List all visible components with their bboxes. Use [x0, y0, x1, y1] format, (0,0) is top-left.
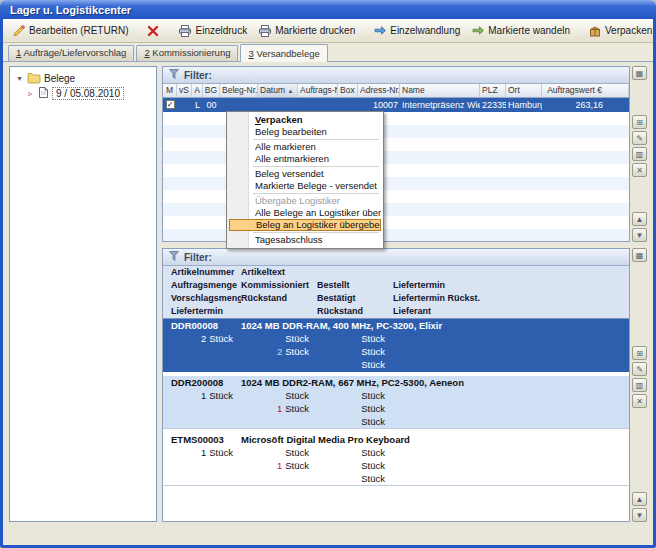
- article-row-group[interactable]: DDR00008 1024 MB DDR-RAM, 400 MHz, PC-32…: [163, 319, 629, 372]
- convert-arrow-icon: [373, 24, 387, 38]
- menu-separator: [253, 139, 379, 140]
- bestaetigt-cell: Stück: [317, 345, 393, 358]
- cell-name: Internetpräsenz Wieland KG: [400, 98, 480, 112]
- beleg-row-selected[interactable]: ✓ L 00 10007 Internetpräsenz Wieland KG …: [163, 98, 629, 112]
- grid-tool-button[interactable]: ✎: [632, 131, 647, 145]
- kommissioniert-cell: Stück: [241, 446, 317, 459]
- article-text: 1024 MB DDR-RAM, 400 MHz, PC-3200, Elixi…: [241, 319, 629, 332]
- col-header-plz[interactable]: PLZ: [480, 84, 506, 98]
- header-vorschlagsmenge: Vorschlagsmenge: [163, 292, 241, 305]
- menu-item-tagesabschluss[interactable]: Tagesabschluss: [229, 234, 381, 246]
- row-checkbox-checked[interactable]: ✓: [166, 100, 175, 109]
- edit-icon: [12, 24, 26, 38]
- bestellt-cell: Stück: [317, 446, 393, 459]
- col-header-auftragsnr[interactable]: Auftrags-Nr.: [298, 84, 338, 98]
- article-text: 1024 MB DDR2-RAM, 667 MHz, PC2-5300, Aen…: [241, 376, 629, 389]
- col-header-auftragswert[interactable]: Auftragswert €: [542, 84, 629, 98]
- header-artikelnummer: Artikelnummer: [163, 266, 241, 279]
- filter-label: Filter:: [184, 70, 212, 81]
- header-bestaetigt: Bestätigt: [317, 292, 393, 305]
- menu-item-beleg-versendet[interactable]: Beleg versendet: [229, 168, 381, 180]
- tree-expander-closed-icon[interactable]: ▹: [26, 89, 35, 98]
- grid-tool-button[interactable]: ✕: [632, 163, 647, 177]
- menu-separator: [253, 193, 379, 194]
- col-header-m[interactable]: M: [163, 84, 177, 98]
- menu-item-markierte-belege-versendet[interactable]: Markierte Belege - versendet: [229, 180, 381, 192]
- col-header-a[interactable]: A: [192, 84, 203, 98]
- col-header-box[interactable]: Box: [338, 84, 358, 98]
- col-header-ort[interactable]: Ort: [506, 84, 542, 98]
- article-row-group[interactable]: DDR200008 1024 MB DDR2-RAM, 667 MHz, PC2…: [163, 376, 629, 429]
- menu-item-beleg-an-logistiker[interactable]: Beleg an Logistiker übergeben: [229, 219, 381, 231]
- einzeldruck-button[interactable]: Einzeldruck: [173, 21, 252, 41]
- menu-item-beleg-bearbeiten[interactable]: Beleg bearbeiten: [229, 126, 381, 138]
- app-window: Lager u. Logistikcenter Bearbeiten (RETU…: [0, 0, 656, 548]
- article-number: ETMS00003: [163, 433, 241, 446]
- package-box-icon: [588, 24, 602, 38]
- tree-node-belege[interactable]: ▾ Belege: [12, 71, 154, 86]
- markierte-drucken-button[interactable]: Markierte drucken: [253, 21, 360, 41]
- filter-bar[interactable]: Filter:: [163, 67, 629, 84]
- scroll-down-button[interactable]: ▼: [632, 228, 647, 242]
- rueckstand-cell: 1Stück: [241, 459, 317, 472]
- tree-expander-open-icon[interactable]: ▾: [15, 74, 24, 83]
- col-header-belegnr[interactable]: Beleg-Nr.: [220, 84, 258, 98]
- grid-tool-button[interactable]: ✕: [632, 394, 647, 408]
- menu-item-alle-belege-an-logistiker[interactable]: Alle Belege an Logistiker übergeben: [229, 207, 381, 219]
- bestaetigt-cell: Stück: [317, 459, 393, 472]
- tree-node-label: Belege: [44, 73, 75, 84]
- main-toolbar: Bearbeiten (RETURN) Einzeldruck Markiert…: [3, 19, 653, 43]
- window-title: Lager u. Logistikcenter: [10, 4, 131, 16]
- col-header-adressnr[interactable]: Adress-Nr.: [358, 84, 400, 98]
- verpacken-button[interactable]: Verpacken: [583, 21, 653, 41]
- context-menu: Verpacken Beleg bearbeiten Alle markiere…: [226, 111, 384, 249]
- menu-separator: [253, 166, 379, 167]
- article-number: DDR00008: [163, 319, 241, 332]
- bestellt-cell: Stück: [317, 389, 393, 402]
- tree-node-beleg-9[interactable]: ▹ 9 / 05.08.2010: [12, 86, 154, 101]
- grid-tool-button[interactable]: ⊞: [632, 346, 647, 360]
- delete-button[interactable]: [141, 21, 165, 41]
- filter-label: Filter:: [184, 252, 212, 263]
- scroll-up-button[interactable]: ▲: [632, 212, 647, 226]
- grid-tool-button[interactable]: ▦: [632, 66, 647, 80]
- menu-item-alle-markieren[interactable]: Alle markieren: [229, 141, 381, 153]
- grid-tool-button[interactable]: ▥: [632, 378, 647, 392]
- filter-bar[interactable]: Filter:: [163, 249, 629, 266]
- markierte-drucken-label: Markierte drucken: [275, 25, 355, 36]
- auftragsmenge-cell: 1Stück: [163, 389, 241, 402]
- menu-item-verpacken[interactable]: Verpacken: [229, 114, 381, 126]
- printer-icon: [178, 24, 192, 38]
- col-header-name[interactable]: Name: [400, 84, 480, 98]
- grid-side-toolbar: ▦ ⊞ ✎ ▥ ✕ ▲ ▼: [632, 248, 647, 522]
- tab-versandbelege[interactable]: 3 Versandbelege: [240, 44, 327, 62]
- delete-x-icon: [146, 24, 160, 38]
- bearbeiten-button[interactable]: Bearbeiten (RETURN): [7, 21, 133, 41]
- einzeldruck-label: Einzeldruck: [195, 25, 247, 36]
- scroll-up-button[interactable]: ▲: [632, 492, 647, 506]
- menu-item-alle-entmarkieren[interactable]: Alle entmarkieren: [229, 153, 381, 165]
- grid-tool-button[interactable]: ▥: [632, 147, 647, 161]
- header-liefertermin2: Liefertermin: [163, 305, 241, 318]
- header-auftragsmenge: Auftragsmenge: [163, 279, 241, 292]
- menu-item-uebergabe-logistiker: Übergabe Logistiker: [229, 195, 381, 207]
- tab-auftraege-liefervorschlag[interactable]: 1 Aufträge/Liefervorschlag: [8, 45, 134, 61]
- markierte-wandeln-button[interactable]: Markierte wandeln: [466, 21, 575, 41]
- markierte-wandeln-label: Markierte wandeln: [488, 25, 570, 36]
- einzelwandlung-button[interactable]: Einzelwandlung: [368, 21, 465, 41]
- col-header-vs[interactable]: vS: [177, 84, 192, 98]
- col-header-datum[interactable]: Datum ▲: [258, 84, 298, 98]
- header-rueckstand2: Rückstand: [317, 305, 393, 318]
- cell-plz: 22335: [480, 98, 506, 112]
- tab-kommissionierung[interactable]: 2 Kommissionierung: [136, 45, 238, 61]
- cell-ort: Hamburg: [506, 98, 542, 112]
- article-row-group[interactable]: ETMS00003 Microsöft Digital Media Pro Ke…: [163, 433, 629, 486]
- rueckstand2-cell: Stück: [317, 472, 393, 485]
- grid-tool-button[interactable]: ▦: [632, 248, 647, 262]
- col-header-bg[interactable]: BG: [203, 84, 220, 98]
- scroll-down-button[interactable]: ▼: [632, 508, 647, 522]
- auftragsmenge-cell: 1Stück: [163, 446, 241, 459]
- grid-tool-button[interactable]: ⊞: [632, 115, 647, 129]
- grid-tool-button[interactable]: ✎: [632, 362, 647, 376]
- title-bar[interactable]: Lager u. Logistikcenter: [3, 0, 653, 19]
